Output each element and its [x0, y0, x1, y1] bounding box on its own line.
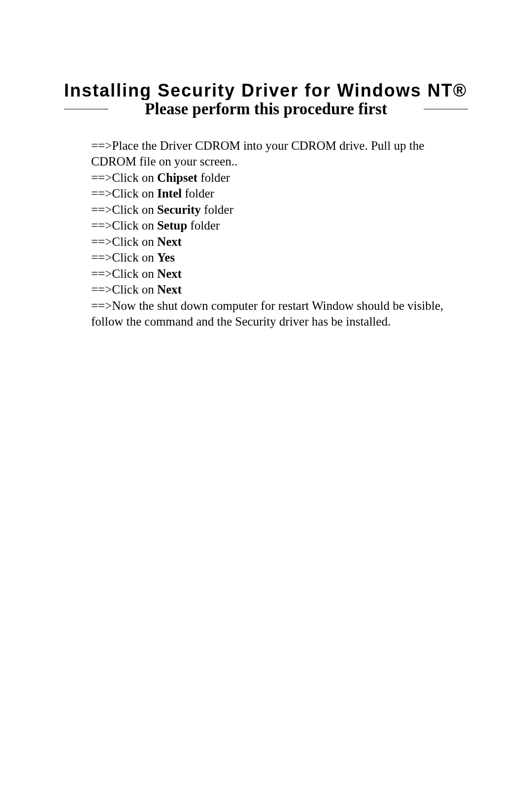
step-3: ==>Click on Security folder [91, 202, 463, 218]
step-0: ==>Place the Driver CDROM into your CDRO… [91, 138, 463, 170]
subheading: Please perform this procedure first [141, 100, 391, 118]
step-4: ==>Click on Setup folder [91, 218, 463, 234]
step-2: ==>Click on Intel folder [91, 186, 463, 202]
subheading-divider: Please perform this procedure first [64, 100, 468, 118]
rule-right [424, 109, 468, 109]
step-1: ==>Click on Chipset folder [91, 170, 463, 186]
rule-left [64, 109, 108, 109]
step-6: ==>Click on Yes [91, 250, 463, 266]
step-9: ==>Now the shut down computer for restar… [91, 298, 463, 330]
step-5: ==>Click on Next [91, 234, 463, 250]
step-7: ==>Click on Next [91, 266, 463, 282]
page-heading: Installing Security Driver for Windows N… [64, 79, 468, 103]
step-8: ==>Click on Next [91, 282, 463, 298]
instructions-body: ==>Place the Driver CDROM into your CDRO… [64, 138, 468, 330]
